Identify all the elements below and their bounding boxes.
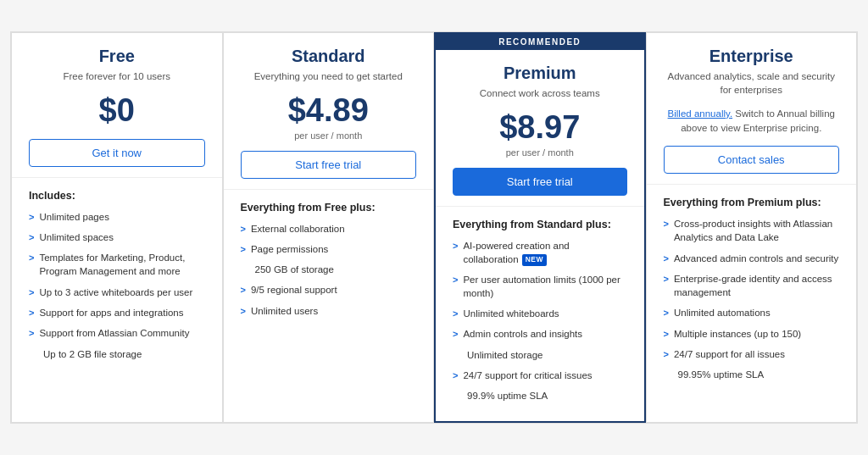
- plan-card-standard: Standard Everything you need to get star…: [223, 32, 435, 424]
- feature-item: > Advanced admin controls and security: [664, 252, 840, 265]
- billed-annually-link[interactable]: Billed annually.: [668, 108, 733, 119]
- feature-text: 99.9% uptime SLA: [467, 389, 548, 402]
- chevron-icon: >: [453, 308, 458, 320]
- feature-text: Support from Atlassian Community: [39, 326, 189, 340]
- plan-features-enterprise: Everything from Premium plus: > Cross-pr…: [647, 185, 857, 422]
- plan-card-free: Free Free forever for 10 users$0Get it n…: [11, 32, 223, 424]
- feature-item: > Page permissions: [241, 242, 417, 256]
- chevron-icon: >: [453, 240, 458, 252]
- feature-item: > AI-powered creation and collaborationN…: [453, 239, 627, 266]
- plan-features-premium: Everything from Standard plus: > AI-powe…: [436, 207, 644, 422]
- feature-item: > Support from Atlassian Community: [29, 326, 205, 340]
- enterprise-pricing-note: Billed annually. Switch to Annual billin…: [664, 107, 840, 136]
- feature-text: Enterprise-grade identity and access man…: [674, 272, 839, 299]
- pricing-table: Free Free forever for 10 users$0Get it n…: [10, 31, 858, 424]
- plan-price-premium: $8.97: [453, 110, 627, 146]
- plan-subtitle-premium: Connect work across teams: [453, 86, 627, 100]
- features-title-enterprise: Everything from Premium plus:: [664, 197, 840, 208]
- feature-text: Unlimited pages: [39, 210, 108, 224]
- feature-text: Page permissions: [251, 242, 328, 256]
- plan-button-free[interactable]: Get it now: [29, 139, 205, 167]
- plan-card-enterprise: Enterprise Advanced analytics, scale and…: [646, 32, 858, 424]
- plan-price-sub-premium: per user / month: [453, 147, 627, 158]
- plan-price-sub-standard: per user / month: [241, 130, 417, 141]
- features-title-standard: Everything from Free plus:: [241, 202, 417, 214]
- feature-item: > Unlimited users: [241, 304, 417, 318]
- feature-text: Admin controls and insights: [463, 327, 582, 341]
- feature-text: Templates for Marketing, Product, Progra…: [39, 251, 204, 278]
- feature-text: Unlimited storage: [467, 348, 542, 362]
- feature-text: Cross-product insights with Atlassian An…: [674, 217, 839, 244]
- plan-name-enterprise: Enterprise: [664, 47, 840, 66]
- chevron-icon: >: [241, 243, 246, 256]
- plan-name-premium: Premium: [453, 64, 627, 83]
- feature-item: > Unlimited automations: [664, 306, 840, 319]
- feature-text: Advanced admin controls and security: [674, 252, 838, 265]
- chevron-icon: >: [664, 218, 669, 230]
- feature-text: External collaboration: [251, 222, 345, 236]
- plan-features-standard: Everything from Free plus: > External co…: [224, 190, 434, 423]
- features-title-premium: Everything from Standard plus:: [453, 219, 627, 230]
- feature-text: 9/5 regional support: [251, 283, 337, 297]
- plan-header-free: Free Free forever for 10 users$0Get it n…: [12, 33, 222, 178]
- feature-item: > Admin controls and insights: [453, 327, 627, 341]
- chevron-icon: >: [29, 252, 34, 264]
- plan-button-enterprise[interactable]: Contact sales: [664, 146, 840, 174]
- chevron-icon: >: [241, 223, 246, 236]
- feature-item: > Support for apps and integrations: [29, 306, 205, 319]
- feature-item: Up to 2 GB file storage: [29, 347, 205, 361]
- plan-header-enterprise: Enterprise Advanced analytics, scale and…: [647, 33, 857, 186]
- chevron-icon: >: [664, 328, 669, 341]
- plan-name-standard: Standard: [241, 47, 417, 66]
- plan-name-free: Free: [29, 47, 205, 66]
- chevron-icon: >: [664, 252, 669, 265]
- plan-subtitle-enterprise: Advanced analytics, scale and security f…: [664, 69, 840, 97]
- plan-features-free: Includes: > Unlimited pages > Unlimited …: [12, 178, 222, 423]
- chevron-icon: >: [29, 307, 34, 319]
- plan-subtitle-free: Free forever for 10 users: [29, 69, 205, 83]
- feature-text: Up to 3 active whiteboards per user: [39, 286, 192, 299]
- plan-button-premium[interactable]: Start free trial: [453, 168, 627, 196]
- feature-item: 99.9% uptime SLA: [453, 389, 627, 402]
- feature-text: Unlimited spaces: [39, 230, 114, 244]
- recommended-badge: RECOMMENDED: [436, 34, 644, 50]
- feature-text: 24/7 support for critical issues: [463, 369, 592, 382]
- plan-price-free: $0: [29, 93, 205, 129]
- features-title-free: Includes:: [29, 190, 205, 202]
- chevron-icon: >: [453, 369, 458, 382]
- feature-item: > Multiple instances (up to 150): [664, 327, 840, 341]
- feature-text: 99.95% uptime SLA: [678, 368, 765, 381]
- feature-text: Unlimited automations: [674, 306, 771, 319]
- chevron-icon: >: [664, 307, 669, 319]
- feature-text: 24/7 support for all issues: [674, 347, 785, 361]
- feature-item: > Up to 3 active whiteboards per user: [29, 286, 205, 299]
- chevron-icon: >: [453, 274, 458, 286]
- new-badge: NEW: [522, 254, 547, 266]
- feature-item: 250 GB of storage: [241, 263, 417, 276]
- feature-text: AI-powered creation and collaborationNEW: [463, 239, 626, 266]
- plan-header-premium: Premium Connect work across teams$8.97pe…: [436, 50, 644, 207]
- feature-text: Support for apps and integrations: [39, 306, 183, 319]
- feature-item: > Unlimited whiteboards: [453, 307, 627, 320]
- plan-button-standard[interactable]: Start free trial: [241, 151, 417, 179]
- feature-item: > Templates for Marketing, Product, Prog…: [29, 251, 205, 278]
- plan-header-standard: Standard Everything you need to get star…: [224, 33, 434, 190]
- feature-item: > 24/7 support for all issues: [664, 347, 840, 361]
- chevron-icon: >: [453, 328, 458, 341]
- chevron-icon: >: [241, 305, 246, 318]
- plan-card-premium: RECOMMENDED Premium Connect work across …: [434, 32, 646, 424]
- chevron-icon: >: [664, 348, 669, 361]
- feature-text: Multiple instances (up to 150): [674, 327, 801, 341]
- feature-item: > Unlimited pages: [29, 210, 205, 224]
- chevron-icon: >: [29, 286, 34, 299]
- chevron-icon: >: [29, 231, 34, 244]
- plan-price-standard: $4.89: [241, 93, 417, 129]
- chevron-icon: >: [241, 284, 246, 297]
- chevron-icon: >: [29, 211, 34, 224]
- feature-text: Unlimited users: [251, 304, 318, 318]
- chevron-icon: >: [664, 273, 669, 286]
- feature-item: > Per user automation limits (1000 per m…: [453, 273, 627, 300]
- chevron-icon: >: [29, 327, 34, 340]
- feature-text: Per user automation limits (1000 per mon…: [463, 273, 626, 300]
- feature-text: 250 GB of storage: [255, 263, 334, 276]
